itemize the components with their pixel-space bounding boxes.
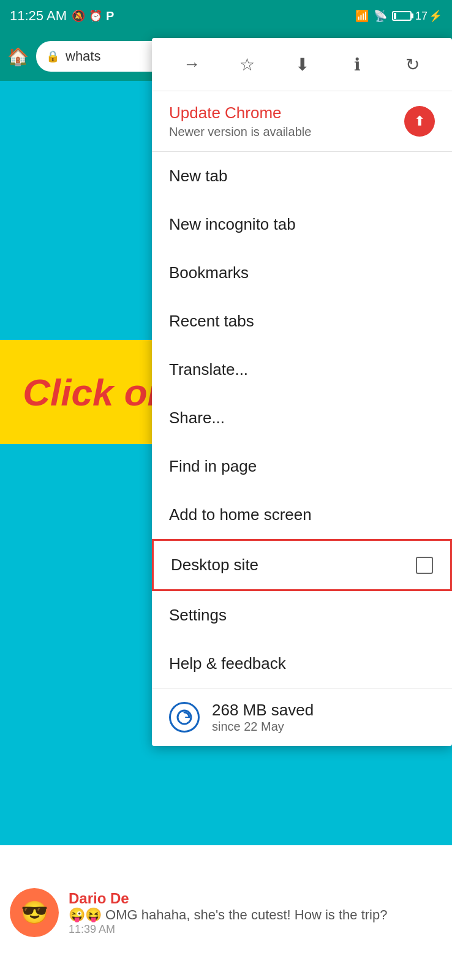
menu-item-add-to-home[interactable]: Add to home screen [152, 491, 452, 539]
lock-icon: 🔒 [46, 50, 59, 63]
info-icon[interactable]: ℹ [342, 49, 372, 80]
data-saver-icon [169, 702, 200, 733]
menu-item-label: New incognito tab [169, 215, 296, 234]
update-chrome-item[interactable]: Update Chrome Newer version is available… [152, 91, 452, 152]
update-icon: ⬆ [404, 106, 435, 137]
menu-item-label: Find in page [169, 457, 257, 476]
wifi-icon: 📶 [355, 9, 369, 23]
update-chrome-subtitle: Newer version is available [169, 125, 311, 139]
bolt-icon: ⚡ [429, 9, 442, 23]
menu-item-recent-tabs[interactable]: Recent tabs [152, 297, 452, 345]
signal-icon: 📡 [374, 9, 387, 23]
update-chrome-title: Update Chrome [169, 104, 311, 123]
data-saver-item: 268 MB saved since 22 May [152, 688, 452, 746]
menu-toolbar: → ☆ ⬇ ℹ ↻ [152, 38, 452, 91]
menu-item-label: New tab [169, 167, 227, 186]
menu-item-bookmarks[interactable]: Bookmarks [152, 249, 452, 297]
mute-icon: 🔕 [72, 9, 85, 23]
chat-avatar: 😎 [10, 888, 59, 937]
menu-item-label: Help & feedback [169, 654, 286, 673]
status-time: 11:25 AM [10, 8, 67, 24]
status-icons: 🔕 ⏰ P [72, 9, 114, 23]
download-icon[interactable]: ⬇ [287, 49, 317, 80]
menu-item-label: Recent tabs [169, 312, 254, 331]
menu-item-label: Desktop site [171, 556, 258, 575]
menu-item-label: Settings [169, 606, 227, 625]
chat-message: 😜😝 OMG hahaha, she's the cutest! How is … [69, 907, 387, 923]
chat-preview: 😎 Dario De 😜😝 OMG hahaha, she's the cute… [0, 845, 452, 980]
data-saver-title: 268 MB saved [212, 701, 314, 720]
data-saver-subtitle: since 22 May [212, 720, 314, 734]
dropdown-menu: → ☆ ⬇ ℹ ↻ Update Chrome Newer version is… [152, 38, 452, 746]
menu-item-new-incognito-tab[interactable]: New incognito tab [152, 200, 452, 249]
menu-item-label: Add to home screen [169, 505, 312, 524]
menu-item-help-feedback[interactable]: Help & feedback [152, 639, 452, 688]
chat-content: Dario De 😜😝 OMG hahaha, she's the cutest… [69, 890, 387, 936]
bookmark-icon[interactable]: ☆ [232, 49, 262, 80]
update-chrome-text-block: Update Chrome Newer version is available [169, 104, 311, 139]
menu-item-label: Translate... [169, 360, 248, 379]
menu-item-desktop-site[interactable]: Desktop site [152, 539, 452, 591]
menu-item-label: Bookmarks [169, 263, 249, 282]
status-left: 11:25 AM 🔕 ⏰ P [10, 8, 114, 24]
forward-icon[interactable]: → [176, 49, 207, 80]
battery-text: 17 [415, 10, 428, 23]
parking-icon: P [106, 9, 114, 23]
status-bar: 11:25 AM 🔕 ⏰ P 📶 📡 17 ⚡ [0, 0, 452, 32]
data-saver-text: 268 MB saved since 22 May [212, 701, 314, 734]
status-right: 📶 📡 17 ⚡ [355, 9, 442, 23]
battery-fill [394, 13, 396, 19]
menu-item-find-in-page[interactable]: Find in page [152, 442, 452, 491]
reload-icon[interactable]: ↻ [397, 49, 428, 80]
menu-item-settings[interactable]: Settings [152, 591, 452, 639]
home-icon[interactable]: 🏠 [7, 47, 29, 67]
chat-name: Dario De [69, 890, 387, 907]
url-text: whats [66, 48, 100, 64]
alarm-icon: ⏰ [89, 9, 102, 23]
menu-item-new-tab[interactable]: New tab [152, 152, 452, 200]
menu-item-translate[interactable]: Translate... [152, 345, 452, 394]
battery-box [392, 11, 412, 21]
menu-item-label: Share... [169, 409, 225, 428]
chat-time: 11:39 AM [69, 923, 387, 936]
menu-item-share[interactable]: Share... [152, 394, 452, 442]
battery-indicator: 17 ⚡ [392, 9, 442, 23]
desktop-site-checkbox[interactable] [416, 557, 433, 574]
